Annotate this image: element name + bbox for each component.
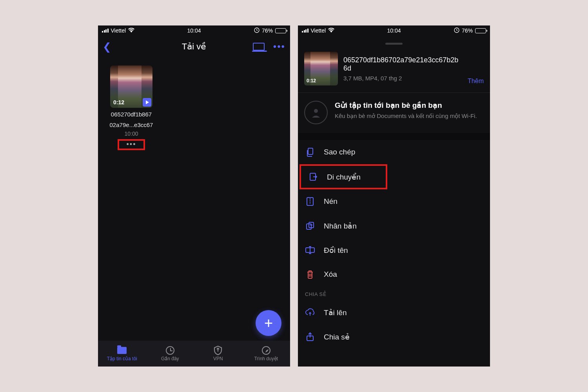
action-label: Tải lên [324,308,347,317]
battery-icon [475,28,486,33]
battery-pct: 76% [262,27,273,34]
nearby-share-block[interactable]: Gửi tập tin tới bạn bè gần bạn Kêu bạn b… [298,93,490,133]
page-title: Tải về [182,42,206,52]
file-more-button[interactable]: ••• [118,139,145,150]
more-link[interactable]: Thêm [468,78,484,85]
wifi-icon [128,27,134,34]
tab-browser[interactable]: Trình duyệt [242,341,290,367]
status-bar: Viettel 10:04 76% [98,25,290,36]
battery-pct: 76% [462,27,473,34]
file-header: 0:12 065270df1b86702a79e21e3cc67b2b6d 3,… [298,45,490,93]
file-grid: 0:12 065270df1b867 02a79e...e3cc67 10:00… [98,58,290,158]
tab-vpn[interactable]: VPN [194,341,242,367]
clock-icon [166,346,174,355]
phone-left: Viettel 10:04 76% ❮ Tải về ••• 0:12 [98,25,290,367]
action-delete[interactable]: Xóa [298,262,490,287]
action-label: Nén [324,197,338,206]
rotation-lock-icon [254,27,260,34]
compass-icon [262,346,270,355]
video-duration: 0:12 [307,78,316,83]
cloud-upload-icon [305,308,315,317]
carrier-label: Viettel [311,27,326,34]
share-title: Gửi tập tin tới bạn bè gần bạn [335,101,477,110]
action-label: Sao chép [324,148,355,156]
action-label: Xóa [324,270,337,279]
action-share[interactable]: Chia sẻ [298,325,490,349]
move-icon [308,172,318,181]
status-bar: Viettel 10:04 76% [298,25,490,36]
rename-icon [305,246,315,254]
status-right: 76% [254,27,286,34]
avatar-icon [304,101,328,124]
computer-icon[interactable] [253,43,265,51]
signal-icon [102,29,109,33]
file-modified: 10:00 [106,131,157,137]
section-divider [298,133,490,140]
shield-icon [213,346,223,355]
action-label: Nhân bản [324,221,357,230]
carrier-label: Viettel [111,27,126,34]
more-menu-button[interactable]: ••• [273,42,285,51]
status-time: 10:04 [387,27,401,34]
wifi-icon [328,27,334,34]
compress-icon [305,197,315,206]
action-compress[interactable]: Nén [298,189,490,214]
action-move[interactable]: Di chuyển [299,164,387,189]
file-name-line2: 02a79e...e3cc67 [106,122,157,129]
tab-my-files[interactable]: Tập tin của tôi [98,341,146,367]
action-upload[interactable]: Tải lên [298,300,490,325]
folder-icon [117,347,127,354]
file-name-line1: 065270df1b867 [106,111,157,118]
share-subtitle: Kêu bạn bè mở Documents và kết nối cùng … [335,112,477,120]
tab-label: Trình duyệt [254,356,278,361]
battery-icon [275,28,286,33]
action-label: Đổi tên [324,246,348,255]
tab-recent[interactable]: Gần đây [146,341,194,367]
status-time: 10:04 [187,27,201,34]
file-meta: 3,7 MB, MP4, 07 thg 2 [343,75,462,82]
copy-icon [305,147,315,157]
tab-label: Gần đây [161,356,179,361]
action-rename[interactable]: Đổi tên [298,238,490,262]
action-duplicate[interactable]: Nhân bản [298,214,490,238]
status-left: Viettel [302,27,334,34]
file-item[interactable]: 0:12 065270df1b867 02a79e...e3cc67 10:00… [106,65,157,150]
back-button[interactable]: ❮ [103,41,111,53]
video-thumbnail[interactable]: 0:12 [110,65,152,108]
action-list: Sao chép Di chuyển Nén Nhân bản Đổi tên [298,140,490,287]
rotation-lock-icon [454,27,459,34]
play-icon[interactable] [143,98,151,107]
tab-label: Tập tin của tôi [107,356,137,361]
share-section-label: CHIA SẺ [298,287,490,300]
trash-icon [305,270,315,279]
file-name: 065270df1b86702a79e21e3cc67b2b6d [343,56,462,73]
video-duration: 0:12 [113,99,124,105]
add-button[interactable]: + [256,310,281,336]
action-label: Chia sẻ [324,332,350,341]
tab-bar: Tập tin của tôi Gần đây VPN Trình duyệt [98,341,290,367]
svg-point-2 [314,109,318,113]
share-action-list: Tải lên Chia sẻ [298,300,490,349]
share-icon [305,332,315,341]
status-right: 76% [454,27,486,34]
tab-label: VPN [213,356,223,361]
action-label: Di chuyển [327,172,361,181]
action-copy[interactable]: Sao chép [298,140,490,164]
video-thumbnail[interactable]: 0:12 [304,52,338,85]
svg-rect-3 [308,148,313,154]
signal-icon [302,29,309,33]
nav-header: ❮ Tải về ••• [98,36,290,58]
status-left: Viettel [102,27,134,34]
phone-right: Viettel 10:04 76% 0:12 065270df1b86702a7… [298,25,490,367]
duplicate-icon [305,221,315,230]
